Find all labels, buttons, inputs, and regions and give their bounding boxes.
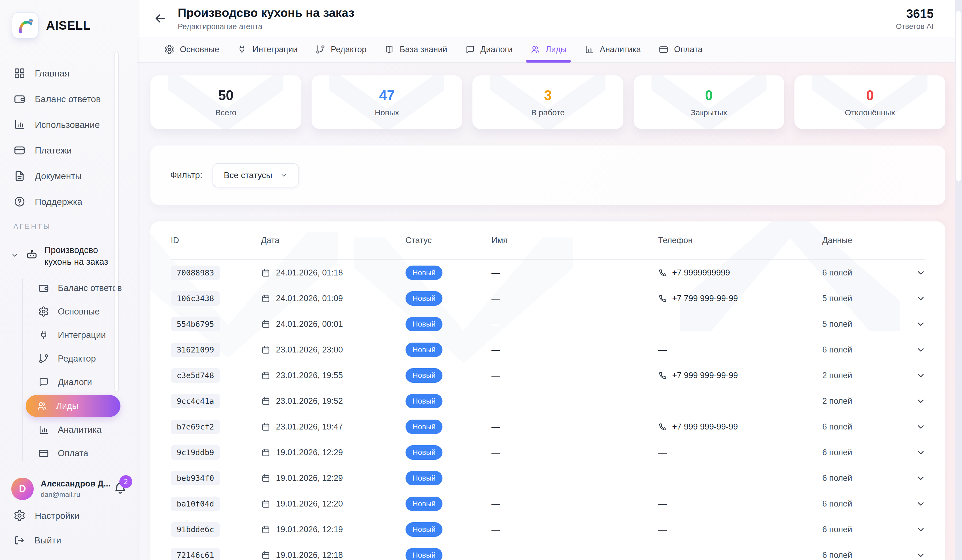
sidebar-item-grid[interactable]: Главная (9, 60, 129, 86)
table-row[interactable]: beb934f0 19.01.2026, 12:29 Новый — — 6 п… (171, 465, 925, 491)
row-expand-button[interactable] (915, 422, 926, 432)
lead-status-cell: Новый (405, 522, 491, 537)
stat-value: 47 (379, 87, 395, 103)
lead-phone-empty: — (658, 396, 822, 406)
page-scrollbar-thumb[interactable] (956, 11, 961, 182)
chevdown-icon (915, 550, 926, 560)
table-row[interactable]: 106c3438 24.01.2026, 01:09 Новый — +7 79… (171, 286, 925, 311)
row-expand-button[interactable] (915, 550, 926, 560)
lead-status-cell: Новый (405, 548, 491, 560)
sidebar: AISELL ГлавнаяБаланс ответовИспользовани… (0, 0, 137, 560)
table-row[interactable]: 554b6795 24.01.2026, 00:01 Новый — — 5 п… (171, 311, 925, 337)
chart-icon (584, 44, 594, 55)
tab-chart[interactable]: Аналитика (584, 37, 641, 62)
lead-status-cell: Новый (405, 343, 491, 357)
row-expand-button[interactable] (915, 267, 926, 278)
chevdown-icon (915, 293, 926, 304)
tab-plug[interactable]: Интеграции (237, 37, 298, 62)
agent-subitem-label: Аналитика (58, 425, 102, 435)
lead-name: — (491, 294, 658, 304)
calendar-icon (261, 319, 271, 329)
lead-date: 23.01.2026, 19:55 (261, 371, 405, 380)
status-badge: Новый (405, 420, 442, 434)
column-header-date: Дата (261, 236, 405, 245)
lead-phone: +7 999 999-99-99 (658, 371, 822, 380)
row-expand-button[interactable] (915, 319, 926, 330)
lead-id: 106c3438 (171, 291, 220, 306)
stat-card: 50 Всего (150, 76, 302, 129)
notifications-button[interactable]: 2 (113, 481, 128, 497)
sidebar-item-label: Документы (35, 171, 82, 181)
row-expand-button[interactable] (915, 499, 926, 509)
tab-gear[interactable]: Основные (165, 37, 219, 62)
row-expand-button[interactable] (915, 473, 926, 483)
doc-icon (13, 170, 26, 182)
table-row[interactable]: 72146c61 19.01.2026, 12:18 Новый — — 6 п… (171, 542, 925, 560)
tab-card[interactable]: Оплата (659, 37, 703, 62)
tab-label: Основные (180, 45, 219, 54)
lead-name: — (491, 473, 658, 483)
chevdown-icon (915, 396, 926, 407)
page-scrollbar[interactable] (955, 0, 962, 560)
table-row[interactable]: c3e5d748 23.01.2026, 19:55 Новый — +7 99… (171, 363, 925, 388)
lead-id: 72146c61 (171, 548, 220, 560)
logout-label: Выйти (34, 535, 61, 546)
lead-id: 70088983 (171, 266, 220, 280)
table-row[interactable]: 31621099 23.01.2026, 23:00 Новый — — 6 п… (171, 337, 925, 363)
sidebar-item-help[interactable]: Поддержка (9, 189, 129, 214)
chevdown-icon (280, 171, 288, 179)
gear-icon (13, 510, 26, 522)
robot-icon (25, 248, 39, 262)
sidebar-item-doc[interactable]: Документы (9, 163, 129, 189)
back-button[interactable] (153, 11, 167, 26)
table-row[interactable]: b7e69cf2 23.01.2026, 19:47 Новый — +7 99… (171, 414, 925, 440)
status-filter-select[interactable]: Все статусы (213, 163, 299, 187)
lead-id: ba10f04d (171, 497, 220, 511)
table-row[interactable]: 91bdde6c 19.01.2026, 12:19 Новый — — 6 п… (171, 517, 925, 542)
sidebar-item-wallet[interactable]: Баланс ответов (9, 86, 129, 112)
tab-chat[interactable]: Диалоги (465, 37, 513, 62)
tab-users[interactable]: Лиды (530, 37, 567, 62)
tab-label: Редактор (331, 45, 366, 54)
logout-button[interactable]: Выйти (9, 528, 129, 552)
lead-date: 19.01.2026, 12:29 (261, 448, 405, 457)
sidebar-item-label: Платежи (35, 145, 72, 156)
row-expand-button[interactable] (915, 524, 926, 535)
row-expand-button[interactable] (915, 447, 926, 458)
status-badge: Новый (405, 445, 442, 460)
table-row[interactable]: 70088983 24.01.2026, 01:18 Новый — +7 99… (171, 260, 925, 286)
agent-subitem-card[interactable]: Оплата (37, 441, 129, 465)
row-expand-button[interactable] (915, 396, 926, 407)
sidebar-item-settings[interactable]: Настройки (9, 503, 129, 528)
lead-status-cell: Новый (405, 317, 491, 331)
agent-subitem-label: Лиды (56, 401, 78, 411)
book-icon (384, 44, 394, 55)
agent-subitem-label: Основные (58, 306, 100, 317)
agent-subitem-chart[interactable]: Аналитика (37, 418, 129, 441)
agent-expander[interactable]: Производсво кухонь на заказ (9, 233, 129, 272)
user-profile[interactable]: D Александров Д... dan@mail.ru 2 (9, 475, 129, 503)
lead-date-value: 23.01.2026, 19:55 (276, 371, 343, 380)
tab-label: Аналитика (600, 45, 641, 54)
sidebar-scrollbar[interactable] (115, 52, 118, 391)
sidebar-nav: ГлавнаяБаланс ответовИспользованиеПлатеж… (9, 60, 129, 214)
row-expand-button[interactable] (915, 344, 926, 355)
phone-icon (658, 371, 667, 380)
card-icon (13, 144, 26, 156)
tab-branch[interactable]: Редактор (315, 37, 366, 62)
stat-card: 3 В работе (473, 76, 623, 129)
row-expand-button[interactable] (915, 293, 926, 304)
lead-date: 23.01.2026, 23:00 (261, 345, 405, 355)
table-row[interactable]: 9c19ddb9 19.01.2026, 12:29 Новый — — 6 п… (171, 440, 925, 465)
table-row[interactable]: 9cc4c41a 23.01.2026, 19:52 Новый — — 2 п… (171, 388, 925, 414)
lead-data-count: 2 полей (822, 371, 915, 380)
table-row[interactable]: ba10f04d 19.01.2026, 12:20 Новый — — 6 п… (171, 491, 925, 517)
status-badge: Новый (405, 497, 442, 511)
sidebar-item-chart[interactable]: Использование (9, 112, 129, 137)
agent-subitem-users[interactable]: Лиды (26, 395, 121, 417)
tab-book[interactable]: База знаний (384, 37, 447, 62)
row-expand-button[interactable] (915, 370, 926, 381)
lead-date: 23.01.2026, 19:47 (261, 422, 405, 431)
sidebar-item-card[interactable]: Платежи (9, 137, 129, 163)
brand-logo[interactable]: AISELL (9, 12, 129, 39)
